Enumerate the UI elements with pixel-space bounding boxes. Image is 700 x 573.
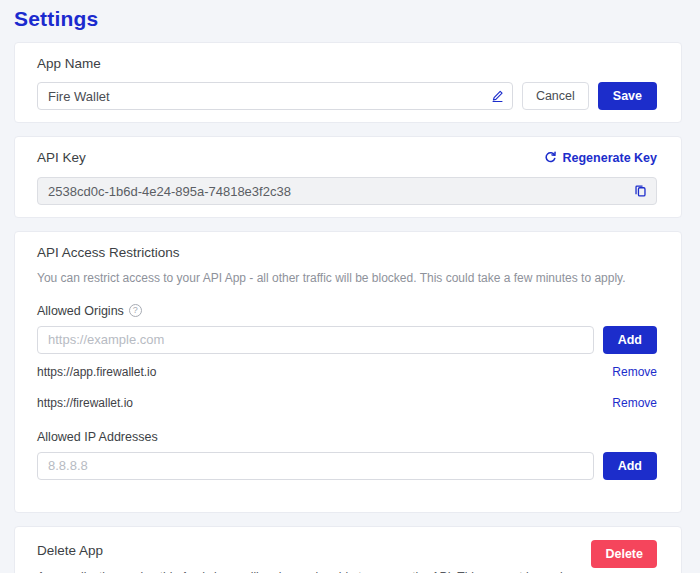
allowed-origins-label: Allowed Origins: [37, 304, 124, 318]
allowed-ip-input[interactable]: [37, 452, 594, 480]
delete-app-description: Any applications using this App's keys w…: [37, 570, 657, 573]
restrictions-description: You can restrict access to your API App …: [37, 271, 657, 287]
app-name-label: App Name: [37, 56, 657, 71]
edit-pencil-icon[interactable]: [491, 90, 504, 103]
api-access-restrictions-card: API Access Restrictions You can restrict…: [14, 231, 682, 513]
save-button[interactable]: Save: [598, 82, 657, 110]
allowed-origin-input[interactable]: [37, 326, 594, 354]
settings-page: Settings App Name Cancel Save API Key: [14, 0, 682, 573]
origin-url: https://app.firewallet.io: [37, 365, 156, 379]
app-name-input[interactable]: [37, 82, 513, 110]
api-key-label: API Key: [37, 150, 86, 165]
origin-list-item: https://firewallet.io Remove: [37, 390, 657, 416]
add-ip-button[interactable]: Add: [603, 452, 657, 480]
cancel-button[interactable]: Cancel: [522, 82, 589, 110]
restrictions-title: API Access Restrictions: [37, 245, 657, 260]
help-icon[interactable]: ?: [129, 304, 142, 317]
api-key-card: API Key Regenerate Key 2538cd0c-1b6d-4e2…: [14, 136, 682, 218]
add-origin-button[interactable]: Add: [603, 326, 657, 354]
allowed-ips-label: Allowed IP Addresses: [37, 430, 158, 444]
allowed-origins-group: Allowed Origins ? Add https://app.firewa…: [37, 304, 657, 416]
app-name-input-wrap: [37, 82, 513, 110]
page-title: Settings: [14, 0, 682, 31]
remove-origin-link[interactable]: Remove: [612, 365, 657, 379]
remove-origin-link[interactable]: Remove: [612, 396, 657, 410]
delete-button[interactable]: Delete: [591, 540, 657, 568]
regenerate-key-link[interactable]: Regenerate Key: [544, 151, 658, 165]
regenerate-key-label: Regenerate Key: [563, 151, 658, 165]
allowed-ips-group: Allowed IP Addresses Add: [37, 430, 657, 480]
origin-url: https://firewallet.io: [37, 396, 133, 410]
delete-app-card: Delete App Delete Any applications using…: [14, 526, 682, 573]
origin-list-item: https://app.firewallet.io Remove: [37, 359, 657, 385]
api-key-value: 2538cd0c-1b6d-4e24-895a-74818e3f2c38: [48, 184, 291, 199]
app-name-card: App Name Cancel Save: [14, 42, 682, 123]
copy-icon[interactable]: [634, 184, 647, 198]
api-key-field: 2538cd0c-1b6d-4e24-895a-74818e3f2c38: [37, 177, 657, 205]
refresh-icon: [544, 151, 557, 164]
delete-app-title: Delete App: [37, 543, 657, 558]
